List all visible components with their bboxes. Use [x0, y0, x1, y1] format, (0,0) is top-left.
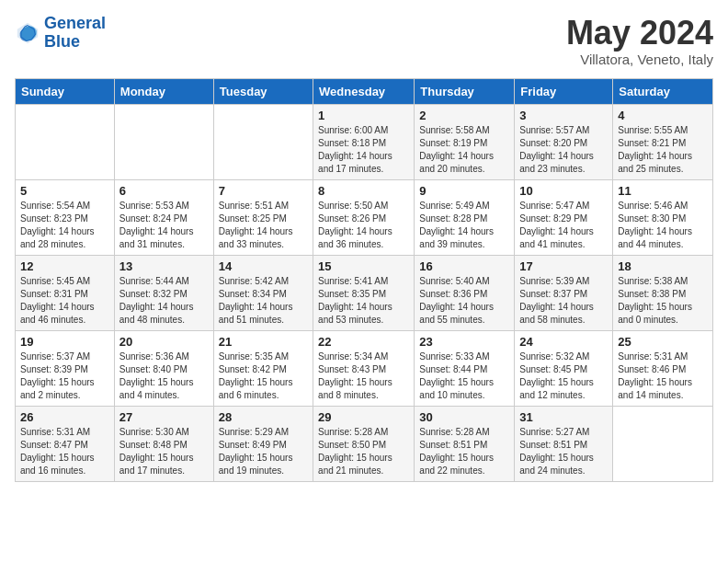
calendar-cell: 18Sunrise: 5:38 AM Sunset: 8:38 PM Dayli… — [613, 255, 713, 330]
calendar-cell — [114, 104, 213, 179]
day-info: Sunrise: 5:30 AM Sunset: 8:48 PM Dayligh… — [119, 426, 209, 477]
day-number: 19 — [20, 335, 109, 349]
logo-text: General Blue — [44, 15, 106, 52]
day-info: Sunrise: 5:53 AM Sunset: 8:24 PM Dayligh… — [119, 200, 209, 251]
col-header-thursday: Thursday — [415, 78, 515, 104]
day-info: Sunrise: 5:41 AM Sunset: 8:35 PM Dayligh… — [318, 275, 409, 327]
day-number: 15 — [318, 259, 409, 273]
day-info: Sunrise: 5:45 AM Sunset: 8:31 PM Dayligh… — [20, 275, 109, 327]
day-info: Sunrise: 5:31 AM Sunset: 8:47 PM Dayligh… — [20, 426, 109, 477]
calendar-cell: 29Sunrise: 5:28 AM Sunset: 8:50 PM Dayli… — [313, 406, 415, 481]
calendar-cell — [613, 406, 713, 481]
calendar-cell: 12Sunrise: 5:45 AM Sunset: 8:31 PM Dayli… — [16, 255, 115, 330]
calendar-cell: 26Sunrise: 5:31 AM Sunset: 8:47 PM Dayli… — [16, 406, 115, 481]
day-info: Sunrise: 5:42 AM Sunset: 8:34 PM Dayligh… — [219, 275, 308, 327]
calendar-cell: 7Sunrise: 5:51 AM Sunset: 8:25 PM Daylig… — [213, 179, 313, 255]
day-info: Sunrise: 5:27 AM Sunset: 8:51 PM Dayligh… — [519, 426, 608, 477]
location: Villatora, Veneto, Italy — [566, 52, 713, 67]
calendar-week-2: 5Sunrise: 5:54 AM Sunset: 8:23 PM Daylig… — [16, 179, 713, 255]
day-number: 29 — [318, 410, 409, 424]
day-info: Sunrise: 5:36 AM Sunset: 8:40 PM Dayligh… — [119, 350, 209, 402]
calendar-cell: 4Sunrise: 5:55 AM Sunset: 8:21 PM Daylig… — [613, 104, 713, 179]
page-header: General Blue May 2024 Villatora, Veneto,… — [15, 15, 713, 67]
day-info: Sunrise: 5:54 AM Sunset: 8:23 PM Dayligh… — [20, 200, 109, 251]
day-info: Sunrise: 5:51 AM Sunset: 8:25 PM Dayligh… — [219, 200, 308, 251]
col-header-wednesday: Wednesday — [313, 78, 415, 104]
day-number: 2 — [419, 109, 509, 122]
col-header-sunday: Sunday — [16, 78, 115, 104]
day-info: Sunrise: 5:50 AM Sunset: 8:26 PM Dayligh… — [318, 200, 409, 251]
calendar-cell: 14Sunrise: 5:42 AM Sunset: 8:34 PM Dayli… — [213, 255, 313, 330]
day-number: 16 — [419, 259, 509, 273]
day-info: Sunrise: 5:35 AM Sunset: 8:42 PM Dayligh… — [219, 350, 308, 402]
calendar-cell: 21Sunrise: 5:35 AM Sunset: 8:42 PM Dayli… — [213, 330, 313, 406]
col-header-tuesday: Tuesday — [213, 78, 313, 104]
calendar-cell: 30Sunrise: 5:28 AM Sunset: 8:51 PM Dayli… — [415, 406, 515, 481]
col-header-saturday: Saturday — [613, 78, 713, 104]
calendar-week-3: 12Sunrise: 5:45 AM Sunset: 8:31 PM Dayli… — [16, 255, 713, 330]
day-info: Sunrise: 5:32 AM Sunset: 8:45 PM Dayligh… — [519, 350, 608, 402]
day-info: Sunrise: 5:29 AM Sunset: 8:49 PM Dayligh… — [219, 426, 308, 477]
logo-icon — [15, 20, 40, 46]
day-info: Sunrise: 5:31 AM Sunset: 8:46 PM Dayligh… — [618, 350, 708, 402]
day-number: 10 — [519, 184, 608, 198]
day-number: 17 — [519, 259, 608, 273]
calendar-cell: 28Sunrise: 5:29 AM Sunset: 8:49 PM Dayli… — [213, 406, 313, 481]
calendar-cell: 1Sunrise: 6:00 AM Sunset: 8:18 PM Daylig… — [313, 104, 415, 179]
header-row: SundayMondayTuesdayWednesdayThursdayFrid… — [16, 78, 713, 104]
calendar-cell: 31Sunrise: 5:27 AM Sunset: 8:51 PM Dayli… — [515, 406, 613, 481]
day-info: Sunrise: 5:58 AM Sunset: 8:19 PM Dayligh… — [419, 124, 509, 176]
day-info: Sunrise: 5:57 AM Sunset: 8:20 PM Dayligh… — [519, 124, 608, 176]
title-block: May 2024 Villatora, Veneto, Italy — [566, 15, 713, 67]
day-number: 7 — [219, 184, 308, 198]
day-info: Sunrise: 5:38 AM Sunset: 8:38 PM Dayligh… — [618, 275, 708, 327]
calendar-cell: 24Sunrise: 5:32 AM Sunset: 8:45 PM Dayli… — [515, 330, 613, 406]
calendar-table: SundayMondayTuesdayWednesdayThursdayFrid… — [15, 78, 713, 482]
calendar-cell: 9Sunrise: 5:49 AM Sunset: 8:28 PM Daylig… — [415, 179, 515, 255]
day-number: 14 — [219, 259, 308, 273]
day-info: Sunrise: 5:55 AM Sunset: 8:21 PM Dayligh… — [618, 124, 708, 176]
calendar-cell: 20Sunrise: 5:36 AM Sunset: 8:40 PM Dayli… — [114, 330, 213, 406]
calendar-cell: 15Sunrise: 5:41 AM Sunset: 8:35 PM Dayli… — [313, 255, 415, 330]
day-info: Sunrise: 5:44 AM Sunset: 8:32 PM Dayligh… — [119, 275, 209, 327]
calendar-cell — [213, 104, 313, 179]
day-info: Sunrise: 5:33 AM Sunset: 8:44 PM Dayligh… — [419, 350, 509, 402]
day-info: Sunrise: 5:28 AM Sunset: 8:50 PM Dayligh… — [318, 426, 409, 477]
day-number: 23 — [419, 335, 509, 349]
day-number: 4 — [618, 109, 708, 122]
calendar-cell: 17Sunrise: 5:39 AM Sunset: 8:37 PM Dayli… — [515, 255, 613, 330]
day-number: 8 — [318, 184, 409, 198]
day-info: Sunrise: 5:40 AM Sunset: 8:36 PM Dayligh… — [419, 275, 509, 327]
day-number: 25 — [618, 335, 708, 349]
day-number: 18 — [618, 259, 708, 273]
day-number: 26 — [20, 410, 109, 424]
day-number: 30 — [419, 410, 509, 424]
day-number: 22 — [318, 335, 409, 349]
calendar-cell: 19Sunrise: 5:37 AM Sunset: 8:39 PM Dayli… — [16, 330, 115, 406]
calendar-cell: 22Sunrise: 5:34 AM Sunset: 8:43 PM Dayli… — [313, 330, 415, 406]
day-info: Sunrise: 5:49 AM Sunset: 8:28 PM Dayligh… — [419, 200, 509, 251]
day-info: Sunrise: 5:39 AM Sunset: 8:37 PM Dayligh… — [519, 275, 608, 327]
day-number: 11 — [618, 184, 708, 198]
day-number: 27 — [119, 410, 209, 424]
calendar-cell: 27Sunrise: 5:30 AM Sunset: 8:48 PM Dayli… — [114, 406, 213, 481]
day-info: Sunrise: 6:00 AM Sunset: 8:18 PM Dayligh… — [318, 124, 409, 176]
calendar-week-4: 19Sunrise: 5:37 AM Sunset: 8:39 PM Dayli… — [16, 330, 713, 406]
calendar-cell: 5Sunrise: 5:54 AM Sunset: 8:23 PM Daylig… — [16, 179, 115, 255]
calendar-cell: 16Sunrise: 5:40 AM Sunset: 8:36 PM Dayli… — [415, 255, 515, 330]
day-number: 6 — [119, 184, 209, 198]
day-number: 12 — [20, 259, 109, 273]
calendar-cell: 10Sunrise: 5:47 AM Sunset: 8:29 PM Dayli… — [515, 179, 613, 255]
calendar-cell: 8Sunrise: 5:50 AM Sunset: 8:26 PM Daylig… — [313, 179, 415, 255]
calendar-cell: 13Sunrise: 5:44 AM Sunset: 8:32 PM Dayli… — [114, 255, 213, 330]
calendar-cell: 6Sunrise: 5:53 AM Sunset: 8:24 PM Daylig… — [114, 179, 213, 255]
day-number: 24 — [519, 335, 608, 349]
calendar-cell — [16, 104, 115, 179]
col-header-monday: Monday — [114, 78, 213, 104]
day-number: 9 — [419, 184, 509, 198]
day-number: 5 — [20, 184, 109, 198]
col-header-friday: Friday — [515, 78, 613, 104]
calendar-cell: 11Sunrise: 5:46 AM Sunset: 8:30 PM Dayli… — [613, 179, 713, 255]
day-number: 28 — [219, 410, 308, 424]
logo: General Blue — [15, 15, 106, 52]
